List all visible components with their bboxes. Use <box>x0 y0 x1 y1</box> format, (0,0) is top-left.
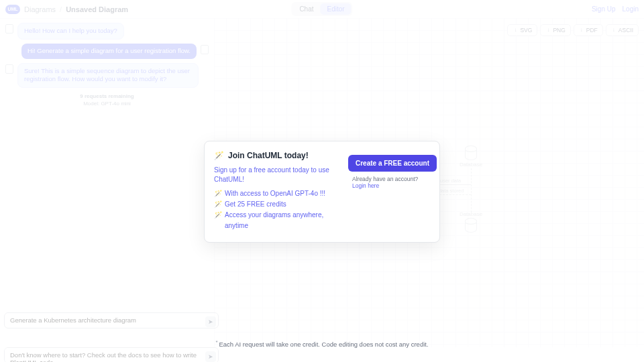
paper-plane-icon: ➤ <box>208 353 213 360</box>
send-button[interactable]: ➤ <box>205 316 216 327</box>
paper-plane-icon: ➤ <box>208 318 213 325</box>
chat-input[interactable] <box>4 312 219 328</box>
login-here-link[interactable]: Login here <box>352 182 379 189</box>
modal-bullet: 🪄With access to OpenAI GPT-4o !!! <box>214 188 343 199</box>
wand-icon: 🪄 <box>214 151 224 160</box>
send-button[interactable]: ➤ <box>205 351 216 362</box>
credit-note: *Each AI request will take one credit. C… <box>215 339 428 348</box>
wand-icon: 🪄 <box>214 210 222 231</box>
code-input[interactable] <box>4 347 219 362</box>
modal-bullet: 🪄Get 25 FREE credits <box>214 199 343 210</box>
modal-bullet: 🪄Access your diagrams anywhere, anytime <box>214 210 343 231</box>
modal-login-hint: Already have an account? Login here <box>352 176 433 189</box>
wand-icon: 🪄 <box>214 199 222 210</box>
signup-modal: 🪄 Join ChatUML today! Sign up for a free… <box>204 141 440 243</box>
modal-heading: 🪄 Join ChatUML today! <box>214 151 343 160</box>
create-account-button[interactable]: Create a FREE account <box>348 155 437 172</box>
wand-icon: 🪄 <box>214 188 222 199</box>
modal-lead: Sign up for a free account today to use … <box>214 166 343 184</box>
